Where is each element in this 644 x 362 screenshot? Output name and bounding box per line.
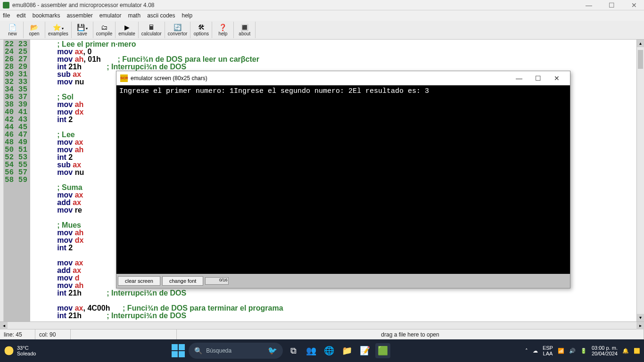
status-drag[interactable]: drag a file here to open bbox=[177, 329, 644, 339]
horizontal-scrollbar[interactable]: ◂ ▸ bbox=[0, 321, 644, 329]
vertical-scrollbar[interactable]: ▴ ▾ bbox=[636, 40, 644, 321]
save-label: save bbox=[77, 31, 87, 36]
explorer-icon[interactable]: 📁 bbox=[339, 343, 355, 358]
toolbar-emulate[interactable]: ▶emulate bbox=[116, 22, 139, 38]
search-placeholder: Búsqueda bbox=[206, 347, 264, 354]
toolbar-save[interactable]: 💾▾save bbox=[72, 22, 93, 38]
options-label: options bbox=[194, 31, 209, 36]
main-titlebar: emu8086 - assembler and microprocessor e… bbox=[0, 0, 644, 10]
weather-widget[interactable]: 33°C Soleado bbox=[4, 345, 36, 356]
menu-ascii[interactable]: ascii codes bbox=[147, 12, 175, 19]
change-font-button[interactable]: change font bbox=[162, 276, 204, 286]
maximize-button[interactable]: ☐ bbox=[604, 1, 619, 9]
open-label: open bbox=[29, 31, 39, 36]
emulate-label: emulate bbox=[118, 31, 135, 36]
scroll-right-icon[interactable]: ▸ bbox=[636, 322, 644, 329]
sun-icon bbox=[4, 346, 14, 356]
toolbar: 📄new📂open⭐▾examples💾▾save🗂compile▶emulat… bbox=[0, 21, 644, 40]
calculator-icon: 🖩 bbox=[148, 24, 155, 31]
menu-emulator[interactable]: emulator bbox=[99, 12, 122, 19]
volume-icon[interactable]: 🔊 bbox=[569, 348, 576, 354]
emulator-title: emulator screen (80x25 chars) bbox=[131, 75, 510, 82]
task-view-icon[interactable]: ⧉ bbox=[286, 343, 301, 358]
teams-icon[interactable]: 👥 bbox=[304, 343, 319, 358]
toolbar-examples[interactable]: ⭐▾examples bbox=[45, 22, 72, 38]
menu-bookmarks[interactable]: bookmarks bbox=[33, 12, 60, 19]
code-line: mov ax, 0 bbox=[32, 48, 644, 56]
compile-icon: 🗂 bbox=[101, 24, 107, 31]
status-line: line: 45 bbox=[0, 329, 35, 339]
emulator-toolbar: clear screen change font 0/16 bbox=[116, 274, 570, 288]
about-icon: 🔳 bbox=[240, 24, 248, 31]
tray-app-icon[interactable]: 🟨 bbox=[634, 348, 640, 354]
emu-maximize-button[interactable]: ☐ bbox=[528, 74, 547, 82]
emu8086-taskbar-icon[interactable]: 🟩 bbox=[375, 343, 390, 358]
close-button[interactable]: ✕ bbox=[627, 1, 641, 9]
notepad-icon[interactable]: 📝 bbox=[357, 343, 372, 358]
status-col: col: 90 bbox=[35, 329, 71, 339]
emu-close-button[interactable]: ✕ bbox=[547, 74, 566, 82]
taskbar: 33°C Soleado 🔍 Búsqueda 🐦 ⧉ 👥 🌐 📁 📝 🟩 ˄ … bbox=[0, 339, 644, 362]
toolbar-open[interactable]: 📂open bbox=[24, 22, 45, 38]
convertor-label: convertor bbox=[168, 31, 188, 36]
toolbar-compile[interactable]: 🗂compile bbox=[93, 22, 116, 38]
search-bird-icon: 🐦 bbox=[268, 346, 277, 355]
wifi-icon[interactable]: 📶 bbox=[558, 348, 564, 354]
toolbar-new[interactable]: 📄new bbox=[2, 22, 24, 38]
help-icon: ❓ bbox=[219, 24, 227, 31]
code-line bbox=[32, 297, 644, 304]
system-tray: ˄ ☁ ESP LAA 📶 🔊 🔋 03:00 p. m. 20/04/2024… bbox=[525, 345, 640, 356]
battery-icon[interactable]: 🔋 bbox=[580, 348, 587, 354]
menu-assembler[interactable]: assembler bbox=[66, 12, 92, 19]
new-icon: 📄 bbox=[8, 24, 17, 31]
code-line: ; Lee el primer n·mero bbox=[32, 41, 644, 48]
cloud-icon[interactable]: ☁ bbox=[533, 348, 538, 354]
emulator-icon: SCR bbox=[120, 74, 128, 82]
clock[interactable]: 03:00 p. m. 20/04/2024 bbox=[592, 345, 618, 356]
toolbar-calculator[interactable]: 🖩calculator bbox=[139, 22, 165, 38]
emulator-window: SCR emulator screen (80x25 chars) — ☐ ✕ … bbox=[116, 71, 570, 288]
minimize-button[interactable]: — bbox=[582, 1, 596, 9]
code-line: int 21h ; Interrupci¾n de DOS bbox=[32, 289, 644, 297]
toolbar-options[interactable]: 🛠options bbox=[190, 22, 212, 38]
status-empty bbox=[71, 329, 177, 339]
tray-chevron-icon[interactable]: ˄ bbox=[525, 348, 528, 354]
scroll-up-icon[interactable]: ▴ bbox=[637, 40, 644, 47]
menu-math[interactable]: math bbox=[128, 12, 140, 19]
editor-margin bbox=[0, 40, 4, 329]
scroll-thumb[interactable] bbox=[638, 50, 643, 69]
notification-icon[interactable]: 🔔 bbox=[622, 348, 629, 354]
clear-screen-button[interactable]: clear screen bbox=[118, 276, 160, 286]
emu-minimize-button[interactable]: — bbox=[510, 74, 528, 82]
code-line: int 21h ; Interrupci¾n de DOS bbox=[32, 312, 644, 320]
menubar: file edit bookmarks assembler emulator m… bbox=[0, 10, 644, 21]
code-line: mov ax, 4C00h ; Funci¾n de DOS para term… bbox=[32, 304, 644, 312]
menu-help[interactable]: help bbox=[182, 12, 193, 19]
scroll-down-icon[interactable]: ▾ bbox=[637, 314, 644, 321]
calculator-label: calculator bbox=[141, 31, 162, 36]
toolbar-help[interactable]: ❓help bbox=[212, 22, 234, 38]
toolbar-convertor[interactable]: 🔄convertor bbox=[165, 22, 191, 38]
window-title: emu8086 - assembler and microprocessor e… bbox=[12, 2, 582, 8]
search-icon: 🔍 bbox=[194, 347, 202, 354]
app-icon bbox=[3, 2, 9, 8]
toolbar-about[interactable]: 🔳about bbox=[234, 22, 256, 38]
about-label: about bbox=[239, 31, 250, 36]
save-icon: 💾▾ bbox=[77, 24, 88, 31]
language-indicator[interactable]: ESP LAA bbox=[543, 345, 553, 356]
menu-edit[interactable]: edit bbox=[17, 12, 25, 19]
condition: Soleado bbox=[17, 351, 36, 356]
compile-label: compile bbox=[96, 31, 112, 36]
search-box[interactable]: 🔍 Búsqueda 🐦 bbox=[189, 343, 283, 359]
emulate-icon: ▶ bbox=[124, 24, 130, 31]
menu-file[interactable]: file bbox=[3, 12, 10, 19]
chrome-icon[interactable]: 🌐 bbox=[322, 343, 337, 358]
new-label: new bbox=[8, 31, 17, 36]
emulator-slider[interactable]: 0/16 bbox=[205, 277, 229, 285]
scroll-left-icon[interactable]: ◂ bbox=[0, 322, 8, 329]
line-gutter: 22 23 24 25 26 27 28 29 30 31 32 33 34 3… bbox=[4, 40, 30, 329]
code-line: int 21h ; Interrupci¾n de DOS bbox=[32, 63, 644, 71]
emulator-titlebar[interactable]: SCR emulator screen (80x25 chars) — ☐ ✕ bbox=[116, 71, 570, 85]
start-button[interactable] bbox=[171, 343, 186, 358]
open-icon: 📂 bbox=[30, 24, 38, 31]
